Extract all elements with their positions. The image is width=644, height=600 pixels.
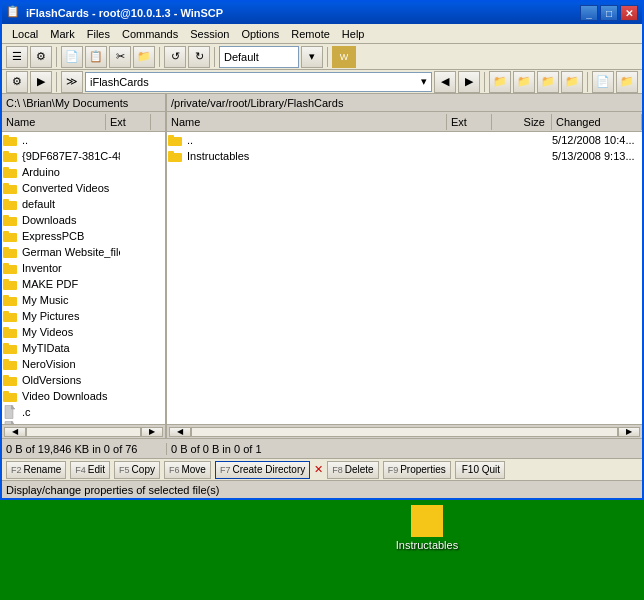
left-file-list[interactable]: ..{9DF687E7-381C-4882...ArduinoConverted… (2, 132, 165, 424)
desktop-icon-instructables[interactable]: Instructables (395, 505, 459, 551)
left-address-bar[interactable]: iFlashCards ▾ (85, 72, 432, 92)
right-hscroll-left[interactable]: ◀ (169, 427, 191, 437)
btn-edit[interactable]: F4 Edit (70, 461, 110, 479)
dropdown-arrow[interactable]: ▾ (301, 46, 323, 68)
svg-rect-9 (3, 199, 9, 202)
svg-rect-20 (3, 297, 17, 306)
btn-quit[interactable]: F10 Quit (455, 461, 505, 479)
list-item[interactable]: German Website_files (2, 244, 165, 260)
btn-back[interactable]: ⚙ (6, 71, 28, 93)
list-item[interactable]: Inventor (2, 260, 165, 276)
list-item[interactable]: ExpressPCB (2, 228, 165, 244)
more-btn[interactable]: ≫ (61, 71, 83, 93)
right-col-ext[interactable]: Ext (447, 114, 492, 130)
menu-mark[interactable]: Mark (44, 26, 80, 42)
folder-icon (2, 308, 18, 324)
btn-r1[interactable]: 📁 (489, 71, 511, 93)
file-name-text: Instructables (185, 150, 447, 162)
right-hscroll[interactable]: ◀ ▶ (167, 424, 642, 438)
status-right: 0 B of 0 B in 0 of 1 (167, 443, 642, 455)
file-name-text: ExpressPCB (20, 230, 120, 242)
btn-r6[interactable]: 📁 (616, 71, 638, 93)
file-name-text: My Pictures (20, 310, 120, 322)
list-item[interactable]: My Videos (2, 324, 165, 340)
instructables-label: Instructables (396, 539, 458, 551)
tb-btn-3[interactable]: 📄 (61, 46, 83, 68)
list-item[interactable]: My Pictures (2, 308, 165, 324)
folder-icon (2, 212, 18, 228)
svg-rect-21 (3, 295, 9, 298)
list-item[interactable]: NeroVision (2, 356, 165, 372)
btn-r4[interactable]: 📁 (561, 71, 583, 93)
menu-remote[interactable]: Remote (285, 26, 336, 42)
list-item[interactable]: .. (2, 132, 165, 148)
session-dropdown[interactable]: Default (219, 46, 299, 68)
left-col-name[interactable]: Name (2, 114, 106, 130)
menu-files[interactable]: Files (81, 26, 116, 42)
list-item[interactable]: MyTIData (2, 340, 165, 356)
menu-local[interactable]: Local (6, 26, 44, 42)
menu-session[interactable]: Session (184, 26, 235, 42)
svg-rect-13 (3, 231, 9, 234)
file-name-text: Downloads (20, 214, 120, 226)
minimize-button[interactable]: _ (580, 5, 598, 21)
tb-btn-5[interactable]: ✂ (109, 46, 131, 68)
tb-btn-1[interactable]: ☰ (6, 46, 28, 68)
close-button[interactable]: ✕ (620, 5, 638, 21)
right-hscroll-bar[interactable] (191, 427, 618, 437)
left-hscroll[interactable]: ◀ ▶ (2, 424, 165, 438)
list-item[interactable]: ..5/12/2008 10:4... (167, 132, 642, 148)
btn-properties[interactable]: F9 Properties (383, 461, 451, 479)
btn-forward[interactable]: ▶ (30, 71, 52, 93)
svg-rect-28 (3, 361, 17, 370)
instructables-folder-icon (411, 505, 443, 537)
btn-rename[interactable]: F2 Rename (6, 461, 66, 479)
right-col-changed[interactable]: Changed (552, 114, 642, 130)
addr-dropdown-icon[interactable]: ▾ (421, 75, 427, 88)
btn-mkdir[interactable]: F7 Create Directory (215, 461, 310, 479)
list-item[interactable]: default (2, 196, 165, 212)
tb-btn-4[interactable]: 📋 (85, 46, 107, 68)
list-item[interactable]: Video Downloads (2, 388, 165, 404)
tb-btn-2[interactable]: ⚙ (30, 46, 52, 68)
list-item[interactable]: .c (2, 404, 165, 420)
folder-icon (2, 324, 18, 340)
right-file-list[interactable]: ..5/12/2008 10:4...Instructables5/13/200… (167, 132, 642, 424)
right-hscroll-right[interactable]: ▶ (618, 427, 640, 437)
list-item[interactable]: Converted Videos (2, 180, 165, 196)
svg-rect-41 (168, 153, 182, 162)
btn-r3[interactable]: 📁 (537, 71, 559, 93)
left-hscroll-left[interactable]: ◀ (4, 427, 26, 437)
list-item[interactable]: MAKE PDF (2, 276, 165, 292)
btn-r2[interactable]: 📁 (513, 71, 535, 93)
menu-help[interactable]: Help (336, 26, 371, 42)
btn-copy[interactable]: F5 Copy (114, 461, 160, 479)
folder-icon (2, 276, 18, 292)
list-item[interactable]: My Music (2, 292, 165, 308)
list-item[interactable]: {9DF687E7-381C-4882... (2, 148, 165, 164)
addr-fwd[interactable]: ▶ (458, 71, 480, 93)
tb-btn-8[interactable]: ↻ (188, 46, 210, 68)
folder-icon (2, 292, 18, 308)
btn-r5[interactable]: 📄 (592, 71, 614, 93)
svg-rect-30 (3, 377, 17, 386)
list-item[interactable]: Instructables5/13/2008 9:13... (167, 148, 642, 164)
list-item[interactable]: Downloads (2, 212, 165, 228)
menu-options[interactable]: Options (235, 26, 285, 42)
tb-btn-6[interactable]: 📁 (133, 46, 155, 68)
left-hscroll-bar[interactable] (26, 427, 141, 437)
folder-icon (2, 260, 18, 276)
list-item[interactable]: Arduino (2, 164, 165, 180)
toolbar-main: ☰ ⚙ 📄 📋 ✂ 📁 ↺ ↻ Default ▾ W (2, 44, 642, 70)
maximize-button[interactable]: □ (600, 5, 618, 21)
list-item[interactable]: OldVersions (2, 372, 165, 388)
left-col-ext[interactable]: Ext (106, 114, 151, 130)
left-hscroll-right[interactable]: ▶ (141, 427, 163, 437)
right-col-size[interactable]: Size (492, 114, 552, 130)
btn-move[interactable]: F6 Move (164, 461, 211, 479)
addr-back[interactable]: ◀ (434, 71, 456, 93)
menu-commands[interactable]: Commands (116, 26, 184, 42)
right-col-name[interactable]: Name (167, 114, 447, 130)
btn-delete[interactable]: F8 Delete (327, 461, 378, 479)
tb-btn-7[interactable]: ↺ (164, 46, 186, 68)
